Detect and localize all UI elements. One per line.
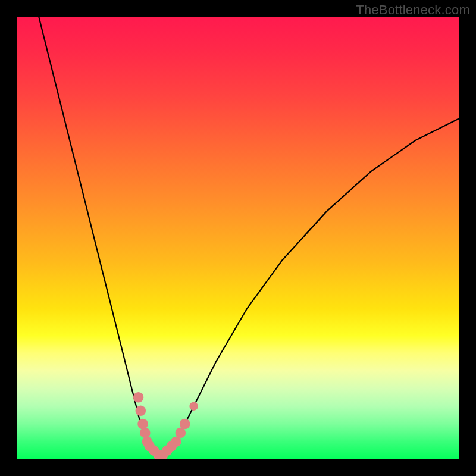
curve-marker	[189, 402, 198, 411]
curve-marker	[136, 405, 146, 416]
marker-group	[133, 392, 198, 459]
curve-path	[39, 17, 459, 455]
curve-marker	[176, 428, 186, 439]
curve-marker	[133, 392, 144, 403]
curve-marker	[140, 428, 151, 439]
chart-frame: TheBottleneck.com	[0, 0, 476, 476]
curve-marker	[180, 419, 190, 430]
watermark-text: TheBottleneck.com	[356, 2, 470, 18]
curve-layer	[17, 17, 459, 459]
plot-area	[17, 17, 459, 459]
bottleneck-curve	[39, 17, 459, 455]
curve-marker	[137, 419, 148, 430]
